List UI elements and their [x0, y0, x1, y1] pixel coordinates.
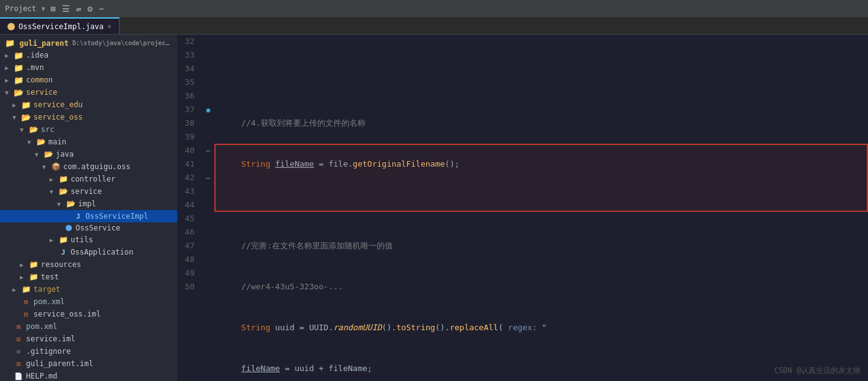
arrow-icon: ▼ — [27, 139, 36, 146]
sidebar-item-ossapplication[interactable]: J OssApplication — [0, 246, 177, 258]
arrow-icon: ▶ — [12, 102, 21, 108]
list-icon[interactable]: ☰ — [62, 4, 70, 14]
sidebar-item-main[interactable]: ▼ 📂 main — [0, 136, 177, 148]
project-name: guli_parent — [19, 39, 68, 48]
sidebar-item-test[interactable]: ▶ 📁 test — [0, 271, 177, 283]
tab-label: OssServiceImpl.java — [19, 22, 103, 31]
gutter-marker-37: ◉ — [206, 106, 211, 114]
gutter-minus-42: − — [206, 173, 211, 183]
sidebar-item-label: utils — [71, 235, 93, 244]
md-icon: 📄 — [14, 371, 24, 381]
filter-icon[interactable]: ⇌ — [76, 4, 81, 14]
sidebar-item-label: .idea — [26, 51, 48, 59]
code-area[interactable]: 32 33 34 35 36 37 38 39 40 41 42 43 44 4… — [177, 35, 868, 381]
title-bar: Project ▼ ⊞ ☰ ⇌ ⚙ − — [0, 0, 868, 17]
sidebar-item-label: common — [26, 76, 53, 84]
sidebar-item-pom-root[interactable]: m pom.xml — [0, 320, 177, 333]
sidebar-item-java[interactable]: ▼ 📂 java — [0, 148, 177, 160]
sidebar-item-label: controller — [71, 175, 115, 183]
tab-close-icon[interactable]: ✕ — [107, 22, 112, 30]
arrow-icon: ▼ — [35, 151, 43, 158]
sidebar-item-idea[interactable]: ▶ 📁 .idea — [0, 49, 177, 61]
folder-icon: 📁 — [21, 100, 31, 110]
arrow-icon: ▶ — [5, 64, 14, 71]
sidebar-item-label: main — [48, 138, 66, 146]
sidebar-item-package[interactable]: ▼ 📦 com.atguigu.oss — [0, 160, 177, 173]
xml-icon: m — [21, 297, 31, 307]
line-numbers: 32 33 34 35 36 37 38 39 40 41 42 43 44 4… — [177, 35, 202, 381]
sidebar-item-label: java — [56, 150, 74, 159]
arrow-icon: ▶ — [50, 237, 58, 243]
project-label[interactable]: Project — [5, 4, 37, 13]
line-num-33: 33 — [182, 48, 195, 62]
ignore-icon: ⊘ — [14, 346, 24, 356]
sidebar: 📁 guli_parent D:\study\java\code\project… — [0, 35, 177, 381]
src-folder-icon: 📂 — [28, 125, 38, 134]
folder-icon: 📁 — [58, 235, 68, 245]
sidebar-item-service[interactable]: ▼ 📂 service — [0, 86, 177, 99]
code-line-38: fileName = uuid + fileName; — [222, 362, 861, 375]
arrow-icon: ▶ — [50, 176, 58, 183]
sidebar-item-service-oss[interactable]: ▼ 📂 service_oss — [0, 111, 177, 123]
sidebar-item-ossservice[interactable]: OssService — [0, 222, 177, 234]
arrow-icon: ▼ — [42, 164, 51, 170]
line-num-43: 43 — [182, 185, 195, 198]
code-line-34 — [222, 198, 861, 212]
line-num-40: 40 — [182, 144, 195, 157]
line-num-32: 32 — [182, 35, 195, 48]
folder-icon: 📂 — [43, 149, 53, 159]
sidebar-item-service-iml[interactable]: ⊡ service.iml — [0, 333, 177, 345]
service-dot-icon — [66, 225, 72, 231]
sidebar-item-src[interactable]: ▼ 📂 src — [0, 123, 177, 136]
sidebar-item-label: target — [33, 285, 60, 294]
line-num-36: 36 — [182, 89, 195, 103]
arrow-icon: ▼ — [57, 201, 66, 208]
code-line-37: String uuid = UUID.randomUUID().toString… — [222, 321, 861, 335]
sidebar-item-ossserviceimpl[interactable]: J OssServiceImpl — [0, 210, 177, 222]
grid-icon[interactable]: ⊞ — [50, 4, 55, 14]
sidebar-item-label: resources — [41, 260, 81, 269]
sidebar-item-label: OssApplication — [71, 248, 133, 256]
line-num-37: 37 — [182, 103, 195, 116]
minimize-icon[interactable]: − — [99, 4, 104, 14]
package-icon: 📦 — [51, 162, 61, 172]
sidebar-item-resources[interactable]: ▶ 📁 resources — [0, 258, 177, 271]
folder-icon: 📂 — [58, 186, 68, 196]
sidebar-item-utils[interactable]: ▶ 📁 utils — [0, 234, 177, 246]
code-editor: 32 33 34 35 36 37 38 39 40 41 42 43 44 4… — [177, 35, 868, 381]
code-line-32: //4.获取到将要上传的文件的名称 — [222, 116, 861, 130]
tab-ossserviceimpl[interactable]: OssServiceImpl.java ✕ — [0, 17, 120, 34]
sidebar-item-impl[interactable]: ▼ 📂 impl — [0, 198, 177, 210]
sidebar-item-controller[interactable]: ▶ 📁 controller — [0, 173, 177, 185]
folder-icon: 📁 — [14, 75, 24, 85]
arrow-icon: ▶ — [12, 286, 21, 293]
java-file-icon: J — [73, 211, 83, 221]
sidebar-item-help-md[interactable]: 📄 HELP.md — [0, 370, 177, 381]
sidebar-item-label: service_oss — [33, 113, 82, 121]
folder-icon: 📂 — [66, 199, 76, 209]
code-line-36: //wer4-43u5-323oo-... — [222, 280, 861, 294]
sidebar-item-mvn[interactable]: ▶ 📁 .mvn — [0, 61, 177, 74]
sidebar-item-target[interactable]: ▶ 📁 target — [0, 283, 177, 296]
arrow-icon: ▼ — [20, 126, 28, 133]
sidebar-item-service-edu[interactable]: ▶ 📁 service_edu — [0, 99, 177, 111]
line-num-49: 49 — [182, 266, 195, 280]
main-content: 📁 guli_parent D:\study\java\code\project… — [0, 35, 868, 381]
folder-icon: 📁 — [14, 63, 24, 72]
arrow-icon: ▶ — [5, 52, 14, 59]
sidebar-item-gitignore[interactable]: ⊘ .gitignore — [0, 345, 177, 357]
sidebar-header: 📁 guli_parent D:\study\java\code\project… — [0, 37, 177, 49]
sidebar-item-service-oss-iml[interactable]: ⊡ service_oss.iml — [0, 308, 177, 320]
comment-text: //4.获取到将要上传的文件的名称 — [222, 116, 366, 130]
sidebar-item-label: OssService — [76, 224, 120, 232]
sidebar-item-guli-iml[interactable]: ⊡ guli_parent.iml — [0, 357, 177, 370]
sidebar-item-service-pkg[interactable]: ▼ 📂 service — [0, 185, 177, 198]
code-content[interactable]: //4.获取到将要上传的文件的名称 String fileName = file… — [214, 35, 868, 381]
folder-icon: 📁 — [28, 260, 38, 269]
settings-icon[interactable]: ⚙ — [87, 4, 92, 14]
sidebar-item-common[interactable]: ▶ 📁 common — [0, 74, 177, 86]
tab-bar: OssServiceImpl.java ✕ — [0, 17, 868, 35]
line-num-46: 46 — [182, 226, 195, 239]
sidebar-item-pom-oss[interactable]: m pom.xml — [0, 296, 177, 308]
sidebar-item-label: test — [41, 273, 59, 281]
